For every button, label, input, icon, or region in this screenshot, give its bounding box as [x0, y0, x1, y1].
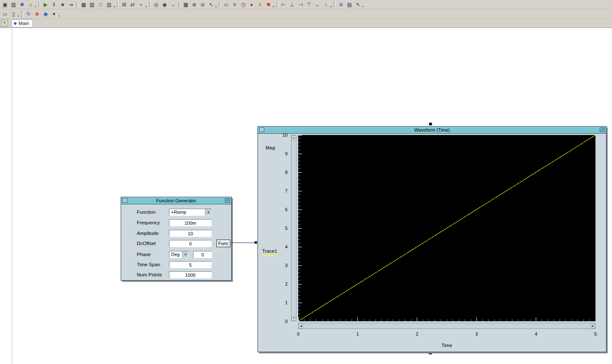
open-icon[interactable]: ▧ — [88, 1, 97, 8]
script-icon[interactable]: ✎ — [354, 1, 362, 8]
more-options-icon[interactable]: ▾ — [50, 10, 58, 18]
waveform-top-terminal[interactable] — [429, 123, 432, 125]
close-view-button[interactable]: × — [1, 19, 8, 27]
profiler-icon[interactable]: ↯ — [256, 1, 264, 8]
amplitude-field[interactable] — [169, 230, 212, 237]
function-dropdown[interactable]: +Ramp ▼ — [169, 209, 212, 216]
scroll-down-icon[interactable]: ▼ — [291, 316, 296, 321]
timespan-field[interactable] — [169, 261, 212, 268]
home-icon[interactable]: ⌂ — [26, 1, 35, 8]
dcoffset-label: DcOffset — [137, 240, 156, 247]
web-icon[interactable]: ⊕ — [337, 1, 345, 8]
copy-screen-icon[interactable]: ▨ — [9, 1, 18, 8]
x-axis-scrollbar[interactable]: ◀ ▶ — [298, 323, 595, 329]
web-page-icon[interactable]: ▤ — [345, 1, 354, 8]
step-icon[interactable]: ⇥ — [67, 1, 75, 8]
function-generator-window[interactable]: - Function Generator ↗ Function +Ramp ▼ … — [121, 197, 232, 281]
minimize-button[interactable]: - — [259, 127, 264, 132]
y-tick-label: 9 — [285, 151, 288, 156]
run-icon[interactable]: ▶ — [42, 1, 50, 8]
toolbar-overflow-chevron: ▾ — [273, 5, 274, 8]
toolbar-separator — [334, 1, 335, 8]
toolbar-separator — [39, 1, 40, 8]
scroll-up-icon[interactable]: ▲ — [291, 135, 296, 140]
zoom-in-icon[interactable]: ⊕ — [190, 1, 199, 8]
popout-button[interactable]: ↗ — [600, 127, 605, 132]
toolbar-overflow-chevron: ▾ — [58, 14, 60, 18]
plot-area[interactable] — [298, 135, 595, 321]
add-object-icon[interactable]: ◉ — [42, 10, 50, 18]
new-icon[interactable]: □ — [97, 1, 105, 8]
align-left-icon[interactable]: ⊢ — [280, 1, 288, 8]
print-icon[interactable]: ▥ — [105, 1, 114, 8]
distribute-vertical-icon[interactable]: ↕ — [322, 1, 330, 8]
waveform-titlebar[interactable]: - Waveform (Time) ↗ — [258, 127, 606, 134]
popout-button[interactable]: ↗ — [225, 198, 230, 203]
find-icon[interactable]: ◎ — [152, 1, 161, 8]
dcoffset-field[interactable] — [169, 240, 212, 247]
y-axis-scrollbar[interactable]: ▲ ▼ — [291, 135, 296, 321]
form-row-frequency: Frequency — [121, 219, 231, 226]
function-generator-titlebar[interactable]: - Function Generator ↗ — [121, 197, 231, 204]
plot-svg — [298, 135, 595, 321]
scroll-right-icon[interactable]: ▶ — [590, 323, 595, 328]
favorites-icon[interactable]: ✱ — [18, 1, 26, 8]
y-tick-label: 4 — [285, 244, 288, 249]
phase-field[interactable] — [193, 251, 212, 258]
y-tick-labels: 109876543210 — [258, 135, 288, 321]
screen-detail-icon[interactable]: ▣ — [1, 1, 9, 8]
detail-view-icon[interactable]: ▯ — [9, 10, 18, 18]
toolbar-separator — [117, 1, 119, 8]
scroll-left-icon[interactable]: ◀ — [299, 323, 303, 328]
minimize-button[interactable]: - — [122, 198, 127, 203]
y-tick-label: 7 — [285, 188, 288, 193]
x-scroll-track[interactable] — [303, 323, 590, 328]
toolbar-overflow-chevron: ▾ — [114, 5, 115, 8]
workspace-canvas[interactable]: - Function Generator ↗ Function +Ramp ▼ … — [0, 28, 612, 364]
form-row-dcoffset: DcOffset — [121, 240, 231, 247]
dropdown-arrow-icon[interactable]: ▼ — [205, 209, 211, 215]
toolbar-overflow-chevron: ▾ — [18, 14, 19, 18]
clock-icon[interactable]: ◷ — [239, 1, 247, 8]
x-axis-title: Time — [298, 343, 595, 348]
tab-bar: × ◆ Main — [0, 19, 612, 28]
io-config-icon[interactable]: ⇄ — [128, 1, 137, 8]
show-windows-icon[interactable]: ▭ — [222, 1, 230, 8]
select-icon[interactable]: ↖ — [207, 1, 216, 8]
panel-view-icon[interactable]: ▭ — [1, 10, 9, 18]
properties-icon[interactable]: ≡ — [230, 1, 239, 8]
toolbar-separator — [22, 11, 23, 17]
refresh-icon[interactable]: ↻ — [25, 10, 33, 18]
phase-unit-dropdown[interactable]: Deg ▼ — [169, 251, 189, 258]
pause-icon[interactable]: ‖ — [50, 1, 58, 8]
bus-monitor-icon[interactable]: ≈ — [137, 1, 145, 8]
frequency-field[interactable] — [169, 219, 212, 226]
tab-main[interactable]: ◆ Main — [11, 19, 33, 27]
phase-unit-value: Deg — [169, 251, 182, 258]
zoom-out-icon[interactable]: ⊖ — [199, 1, 207, 8]
x-tick-label: 4 — [535, 331, 537, 336]
instrument-manager-icon[interactable]: ⊞ — [120, 1, 128, 8]
dropdown-arrow-icon[interactable]: ▼ — [182, 251, 188, 258]
align-top-icon[interactable]: ⊤ — [305, 1, 313, 8]
waveform-window[interactable]: - Waveform (Time) ↗ Mag Trace1 109876543… — [258, 126, 606, 352]
distribute-horizontal-icon[interactable]: ↔ — [313, 1, 322, 8]
grid-icon[interactable]: ▦ — [182, 1, 190, 8]
cancel-icon[interactable]: ⊗ — [33, 10, 42, 18]
numpoints-field[interactable] — [169, 271, 212, 279]
abort-icon[interactable]: ✖ — [264, 1, 273, 8]
align-right-icon[interactable]: ⊣ — [296, 1, 305, 8]
go-to-icon[interactable]: → — [169, 1, 177, 8]
connection-wire-func-to-waveform — [231, 243, 257, 243]
y-tick-label: 3 — [285, 263, 288, 268]
breakpoint-icon[interactable]: ● — [247, 1, 256, 8]
amplitude-label: Amplitude — [137, 230, 158, 237]
stop-icon[interactable]: ■ — [58, 1, 67, 8]
save-icon[interactable]: ▦ — [80, 1, 88, 8]
toolbar-separator — [277, 1, 278, 8]
waveform-bottom-terminal[interactable] — [429, 352, 432, 354]
align-center-icon[interactable]: ⊥ — [288, 1, 296, 8]
find-next-icon[interactable]: ◉ — [161, 1, 169, 8]
func-output-terminal[interactable]: Func — [216, 240, 230, 247]
y-scroll-track[interactable] — [291, 140, 296, 316]
